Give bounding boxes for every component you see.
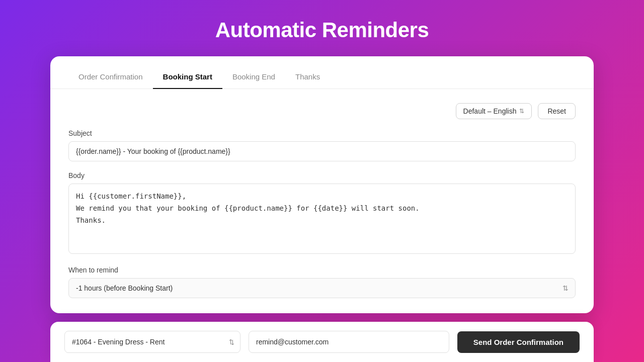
when-label: When to remind	[68, 266, 576, 274]
chevron-icon: ⇅	[519, 108, 524, 115]
main-card: Order Confirmation Booking Start Booking…	[50, 56, 594, 313]
tab-order-confirmation[interactable]: Order Confirmation	[68, 67, 153, 89]
tab-thanks[interactable]: Thanks	[285, 67, 330, 89]
when-select-wrapper: -1 hours (before Booking Start) -2 hours…	[68, 278, 576, 298]
form-area: Default – English ⇅ Reset Subject Body H…	[50, 89, 594, 298]
body-textarea[interactable]: Hi {{customer.firstName}}, We remind you…	[68, 184, 576, 254]
body-label: Body	[68, 171, 576, 179]
send-order-confirmation-button[interactable]: Send Order Confirmation	[457, 331, 580, 353]
language-label: Default – English	[463, 107, 517, 115]
subject-input[interactable]	[68, 141, 576, 161]
subject-label: Subject	[68, 129, 576, 137]
reset-button[interactable]: Reset	[538, 103, 576, 119]
when-field-group: When to remind -1 hours (before Booking …	[68, 266, 576, 298]
when-select[interactable]: -1 hours (before Booking Start) -2 hours…	[68, 278, 576, 298]
page-title: Automatic Reminders	[0, 18, 644, 42]
top-controls: Default – English ⇅ Reset	[68, 103, 576, 119]
language-selector[interactable]: Default – English ⇅	[456, 103, 532, 119]
subject-field-group: Subject	[68, 129, 576, 171]
tab-booking-start[interactable]: Booking Start	[153, 67, 222, 89]
order-select[interactable]: #1064 - Evening Dress - Rent	[64, 331, 240, 353]
body-field-group: Body Hi {{customer.firstName}}, We remin…	[68, 171, 576, 266]
bottom-bar: #1064 - Evening Dress - Rent ⇅ Send Orde…	[50, 322, 594, 362]
order-select-wrapper: #1064 - Evening Dress - Rent ⇅	[64, 331, 240, 353]
email-input[interactable]	[249, 331, 449, 353]
bottom-bar-container: #1064 - Evening Dress - Rent ⇅ Send Orde…	[0, 322, 644, 362]
tab-booking-end[interactable]: Booking End	[222, 67, 285, 89]
tabs-bar: Order Confirmation Booking Start Booking…	[50, 56, 594, 89]
